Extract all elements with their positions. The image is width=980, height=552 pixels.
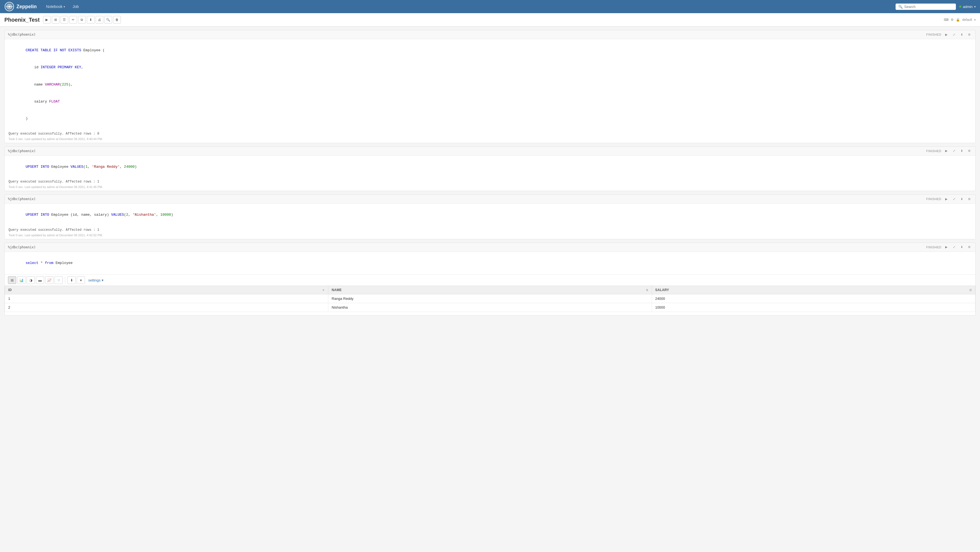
cell-4-download-icon[interactable]: ⬇ — [959, 245, 964, 250]
print-button[interactable]: 🖨 — [95, 16, 103, 24]
cell-1-download-icon[interactable]: ⬇ — [959, 32, 964, 37]
clone-button[interactable]: ⧉ — [78, 16, 86, 24]
page-title: Phoenix_Test — [5, 17, 40, 23]
col-salary-sort-icon: ☰ — [969, 289, 972, 292]
export-button[interactable]: ⬇ — [87, 16, 95, 24]
cell-4-interpreter: %jdbc(phoenix) — [8, 245, 36, 249]
run-all-button[interactable]: ▶ — [43, 16, 51, 24]
viz-settings-label: settings — [88, 278, 100, 282]
cell-3-settings-icon[interactable]: ⚙ — [967, 196, 972, 202]
table-cell: Nishantha — [328, 303, 652, 312]
col-header-id[interactable]: ID ▼ — [5, 286, 328, 294]
cell-2-timestamp: Took 0 sec. Last updated by admin at Dec… — [5, 185, 975, 191]
settings-icon[interactable]: ⚙ — [951, 18, 954, 22]
cell-1-interpreter: %jdbc(phoenix) — [8, 33, 36, 37]
viz-scatter-button[interactable]: ⁙ — [54, 276, 63, 284]
notebook-cell-3: %jdbc(phoenix) FINISHED ▶ ⤢ ⬇ ⚙ UPSERT I… — [5, 194, 975, 239]
viz-settings-chevron-icon: ▾ — [102, 278, 103, 282]
cell-1-output: Query executed successfully. Affected ro… — [5, 130, 975, 137]
lock-icon[interactable]: 🔒 — [956, 18, 960, 22]
user-status-dot — [959, 5, 961, 8]
viz-bar-button[interactable]: 📊 — [17, 276, 25, 284]
cell-1-body: CREATE TABLE IF NOT EXISTS Employee ( id… — [5, 39, 975, 130]
user-menu[interactable]: admin ▾ — [959, 5, 975, 9]
cell-2-status: FINISHED — [926, 150, 941, 153]
code-line: UPSERT INTO Employee VALUES(1, 'Ranga Re… — [8, 158, 972, 175]
notebook-cell-2: %jdbc(phoenix) FINISHED ▶ ⤢ ⬇ ⚙ UPSERT I… — [5, 146, 975, 191]
col-header-salary[interactable]: SALARY ☰ — [652, 286, 975, 294]
cell-1-header: %jdbc(phoenix) FINISHED ▶ ⤢ ⬇ ⚙ — [5, 30, 975, 39]
col-header-name[interactable]: NAME ⇅ — [328, 286, 652, 294]
layout-button[interactable]: ⊞ — [52, 16, 59, 24]
col-name-sort-icon: ⇅ — [646, 289, 648, 292]
viz-table-button[interactable]: ⊞ — [8, 276, 16, 284]
cell-2-output: Query executed successfully. Affected ro… — [5, 178, 975, 185]
code-line: CREATE TABLE IF NOT EXISTS Employee ( — [8, 42, 972, 59]
cell-4-body: select * from Employee — [5, 252, 975, 274]
code-line: ) — [8, 110, 972, 127]
nav-notebook[interactable]: Notebook ▾ — [43, 3, 68, 10]
cell-3-timestamp: Took 0 sec. Last updated by admin at Dec… — [5, 233, 975, 239]
cell-2-settings-icon[interactable]: ⚙ — [967, 148, 972, 154]
cell-4-settings-icon[interactable]: ⚙ — [967, 245, 972, 250]
trash-button[interactable]: 🗑 — [113, 16, 121, 24]
cell-4-run-button[interactable]: ▶ — [943, 245, 949, 250]
search-in-notebook-button[interactable]: 🔍 — [104, 16, 112, 24]
viz-pie-button[interactable]: ◑ — [27, 276, 35, 284]
cell-3-interpreter: %jdbc(phoenix) — [8, 197, 36, 201]
table-row: 1Ranga Reddy24000 — [5, 294, 975, 303]
code-line: id INTEGER PRIMARY KEY, — [8, 59, 972, 76]
nav-job[interactable]: Job — [70, 3, 82, 10]
code-line: name VARCHAR(225), — [8, 76, 972, 93]
viz-area-bar-button[interactable]: ▬ — [36, 276, 44, 284]
table-row: 2Nishantha10000 — [5, 303, 975, 312]
cell-4-header: %jdbc(phoenix) FINISHED ▶ ⤢ ⬇ ⚙ — [5, 243, 975, 252]
cell-3-header: %jdbc(phoenix) FINISHED ▶ ⤢ ⬇ ⚙ — [5, 195, 975, 204]
brand[interactable]: Zeppelin — [5, 2, 37, 11]
cell-4-status-area: FINISHED ▶ ⤢ ⬇ ⚙ — [926, 245, 972, 250]
cell-3-download-icon[interactable]: ⬇ — [959, 196, 964, 202]
table-cell: 2 — [5, 303, 328, 312]
notebook-cell-1: %jdbc(phoenix) FINISHED ▶ ⤢ ⬇ ⚙ CREATE T… — [5, 30, 975, 143]
notebook-cell-4: %jdbc(phoenix) FINISHED ▶ ⤢ ⬇ ⚙ select *… — [5, 243, 975, 315]
cell-2-maximize-icon[interactable]: ⤢ — [951, 148, 957, 154]
viz-line-button[interactable]: 📈 — [45, 276, 53, 284]
viz-more-button[interactable]: ▾ — [77, 276, 85, 284]
cell-2-run-button[interactable]: ▶ — [943, 148, 949, 154]
result-table-wrapper: ID ▼ NAME ⇅ SALARY — [5, 286, 975, 315]
search-input[interactable] — [904, 5, 953, 9]
notebook-toolbar: ▶ ⊞ ☰ ✏ ⧉ ⬇ 🖨 🔍 🗑 — [43, 16, 121, 24]
table-cell: 10000 — [652, 303, 975, 312]
svg-point-5 — [8, 5, 10, 7]
default-label: default — [962, 18, 972, 22]
cell-3-status: FINISHED — [926, 197, 941, 200]
viz-settings-button[interactable]: settings ▾ — [86, 277, 106, 283]
code-line: select * from Employee — [8, 255, 972, 272]
zeppelin-logo-icon — [5, 2, 14, 11]
edit-button[interactable]: ✏ — [69, 16, 77, 24]
brand-title: Zeppelin — [16, 4, 37, 10]
cell-3-status-area: FINISHED ▶ ⤢ ⬇ ⚙ — [926, 196, 972, 202]
main-content: %jdbc(phoenix) FINISHED ▶ ⤢ ⬇ ⚙ CREATE T… — [0, 27, 980, 319]
viz-download-button[interactable]: ⬇ — [67, 276, 76, 284]
user-chevron-icon: ▾ — [974, 5, 975, 8]
code-line: salary FLOAT — [8, 93, 972, 110]
cell-4-status: FINISHED — [926, 246, 941, 249]
cell-3-maximize-icon[interactable]: ⤢ — [951, 196, 957, 202]
viz-toolbar: ⊞ 📊 ◑ ▬ 📈 ⁙ ⬇ ▾ settings ▾ — [5, 274, 975, 286]
table-cell: Ranga Reddy — [328, 294, 652, 303]
cell-1-settings-icon[interactable]: ⚙ — [967, 32, 972, 37]
result-table: ID ▼ NAME ⇅ SALARY — [5, 286, 975, 312]
cell-3-run-button[interactable]: ▶ — [943, 196, 949, 202]
cell-4-maximize-icon[interactable]: ⤢ — [951, 245, 957, 250]
cell-2-download-icon[interactable]: ⬇ — [959, 148, 964, 154]
keyboard-icon: ⌨ — [944, 18, 948, 22]
cell-1-status: FINISHED — [926, 33, 941, 36]
cell-2-header: %jdbc(phoenix) FINISHED ▶ ⤢ ⬇ ⚙ — [5, 146, 975, 156]
cell-3-body: UPSERT INTO Employee (id, name, salary) … — [5, 204, 975, 226]
cell-1-maximize-icon[interactable]: ⤢ — [951, 32, 957, 37]
table-cell: 1 — [5, 294, 328, 303]
search-box[interactable]: 🔍 — [896, 3, 956, 10]
cell-1-run-button[interactable]: ▶ — [943, 32, 949, 37]
toggle-button[interactable]: ☰ — [60, 16, 68, 24]
